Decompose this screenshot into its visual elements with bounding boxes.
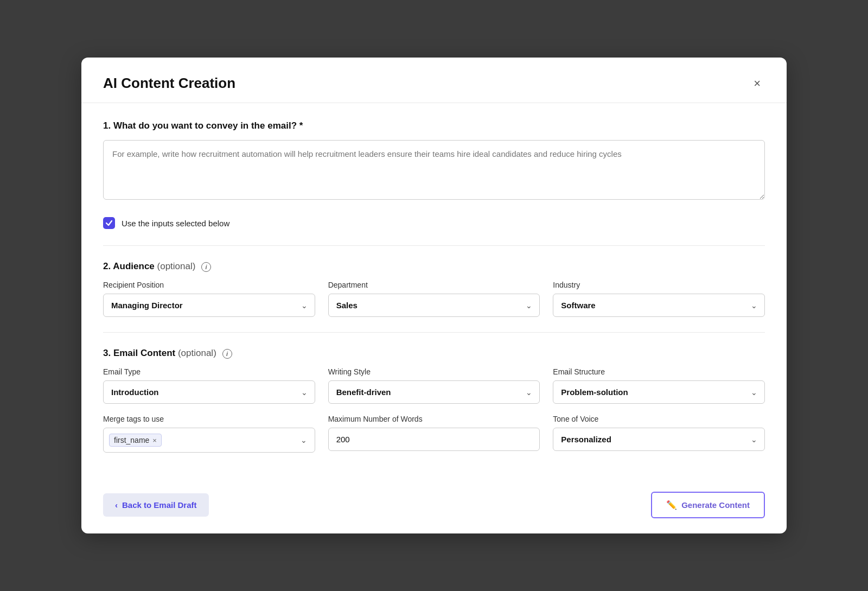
back-arrow-icon: ‹: [115, 500, 118, 510]
department-select-wrapper[interactable]: Sales ⌄: [328, 294, 540, 317]
use-inputs-label: Use the inputs selected below: [122, 219, 229, 228]
max-words-input[interactable]: [328, 428, 540, 451]
email-type-select[interactable]: Introduction: [103, 380, 315, 404]
industry-select-wrapper[interactable]: Software ⌄: [553, 294, 765, 317]
industry-label: Industry: [553, 281, 765, 289]
back-to-email-draft-button[interactable]: ‹ Back to Email Draft: [103, 493, 209, 517]
audience-info-icon: i: [201, 262, 211, 272]
generate-content-button[interactable]: ✏️ Generate Content: [651, 492, 765, 518]
section-3: 3. Email Content (optional) i Email Type…: [103, 348, 765, 453]
section-2-label: 2. Audience (optional) i: [103, 261, 765, 272]
section-2: 2. Audience (optional) i Recipient Posit…: [103, 261, 765, 317]
section-divider-2: [103, 332, 765, 333]
industry-select[interactable]: Software: [553, 294, 765, 317]
merge-tags-group: Merge tags to use first_name × ⌄: [103, 415, 315, 453]
writing-style-label: Writing Style: [328, 367, 540, 376]
department-select[interactable]: Sales: [328, 294, 540, 317]
email-structure-select[interactable]: Problem-solution: [553, 380, 765, 404]
email-structure-label: Email Structure: [553, 367, 765, 376]
email-type-group: Email Type Introduction ⌄: [103, 367, 315, 404]
merge-tags-chevron: ⌄: [301, 436, 307, 444]
tone-select-wrapper[interactable]: Personalized ⌄: [553, 428, 765, 451]
section-3-label: 3. Email Content (optional) i: [103, 348, 765, 359]
modal-title: AI Content Creation: [103, 75, 235, 92]
writing-style-select[interactable]: Benefit-driven: [328, 380, 540, 404]
modal-dialog: AI Content Creation × 1. What do you wan…: [81, 58, 787, 533]
writing-style-select-wrapper[interactable]: Benefit-driven ⌄: [328, 380, 540, 404]
convey-textarea[interactable]: [103, 140, 765, 200]
wand-icon: ✏️: [666, 500, 677, 510]
checkmark-icon: [105, 219, 113, 227]
use-inputs-row[interactable]: Use the inputs selected below: [103, 217, 765, 229]
max-words-label: Maximum Number of Words: [328, 415, 540, 423]
merge-tag-item: first_name ×: [109, 434, 162, 447]
audience-fields-row: Recipient Position Managing Director ⌄ D…: [103, 281, 765, 317]
email-content-row-2: Merge tags to use first_name × ⌄ Maximum…: [103, 415, 765, 453]
section-1: 1. What do you want to convey in the ema…: [103, 120, 765, 202]
writing-style-group: Writing Style Benefit-driven ⌄: [328, 367, 540, 404]
merge-tag-remove[interactable]: ×: [152, 436, 157, 444]
merge-tags-label: Merge tags to use: [103, 415, 315, 423]
recipient-position-label: Recipient Position: [103, 281, 315, 289]
merge-tag-value: first_name: [114, 436, 149, 444]
recipient-position-group: Recipient Position Managing Director ⌄: [103, 281, 315, 317]
generate-button-label: Generate Content: [681, 500, 750, 510]
close-button[interactable]: ×: [749, 75, 765, 92]
modal-overlay: AI Content Creation × 1. What do you wan…: [0, 0, 868, 591]
email-type-select-wrapper[interactable]: Introduction ⌄: [103, 380, 315, 404]
tone-group: Tone of Voice Personalized ⌄: [553, 415, 765, 453]
modal-footer: ‹ Back to Email Draft ✏️ Generate Conten…: [81, 483, 787, 533]
department-group: Department Sales ⌄: [328, 281, 540, 317]
max-words-group: Maximum Number of Words: [328, 415, 540, 453]
merge-tags-select-wrapper[interactable]: first_name × ⌄: [103, 428, 315, 453]
modal-body: 1. What do you want to convey in the ema…: [81, 103, 787, 483]
recipient-position-select[interactable]: Managing Director: [103, 294, 315, 317]
email-type-label: Email Type: [103, 367, 315, 376]
section-1-label: 1. What do you want to convey in the ema…: [103, 120, 765, 131]
email-structure-select-wrapper[interactable]: Problem-solution ⌄: [553, 380, 765, 404]
section-divider-1: [103, 245, 765, 246]
use-inputs-checkbox[interactable]: [103, 217, 115, 229]
email-structure-group: Email Structure Problem-solution ⌄: [553, 367, 765, 404]
tone-label: Tone of Voice: [553, 415, 765, 423]
department-label: Department: [328, 281, 540, 289]
back-button-label: Back to Email Draft: [122, 500, 197, 510]
modal-header: AI Content Creation ×: [81, 58, 787, 103]
recipient-position-select-wrapper[interactable]: Managing Director ⌄: [103, 294, 315, 317]
email-content-row-1: Email Type Introduction ⌄ Writing Style: [103, 367, 765, 404]
email-content-info-icon: i: [222, 349, 232, 359]
tone-select[interactable]: Personalized: [553, 428, 765, 451]
industry-group: Industry Software ⌄: [553, 281, 765, 317]
